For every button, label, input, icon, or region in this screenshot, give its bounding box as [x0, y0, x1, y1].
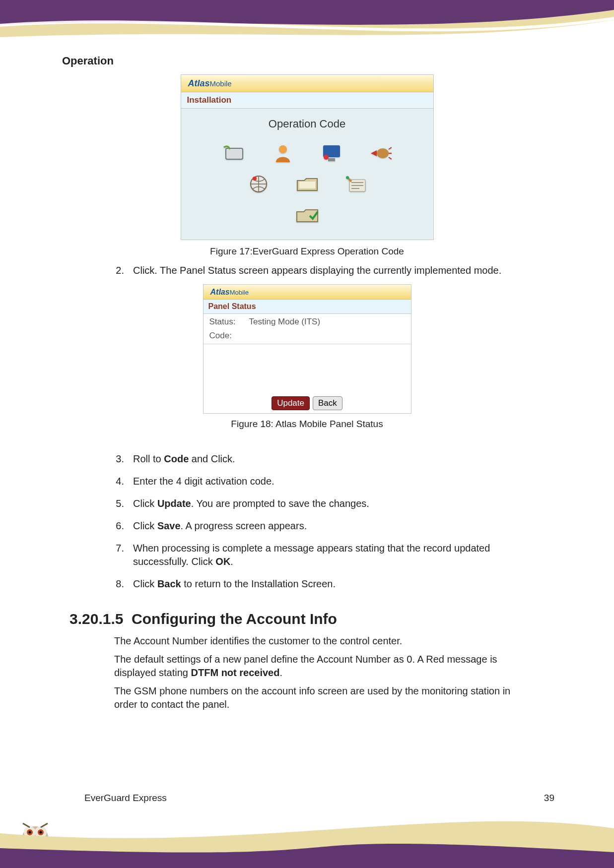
svg-point-4 [324, 155, 329, 160]
svg-point-1 [279, 145, 287, 153]
step-text: Click. The Panel Status screen appears d… [133, 264, 531, 277]
svg-point-7 [253, 177, 257, 181]
folder-check-icon[interactable] [294, 204, 320, 226]
folder-icon[interactable] [294, 173, 320, 195]
status-value: Testing Mode (ITS) [249, 317, 321, 327]
svg-point-5 [377, 148, 389, 158]
code-label: Code: [209, 331, 249, 341]
figure-18-screenshot: AtlasMobile Panel Status Status: Testing… [203, 284, 411, 414]
installation-header: Installation [181, 92, 433, 109]
monitor-icon[interactable] [319, 142, 344, 164]
update-button[interactable]: Update [272, 396, 310, 410]
svg-rect-3 [328, 158, 335, 161]
step-text: Roll to Code and Click. [133, 452, 531, 466]
step-text: Click Back to return to the Installation… [133, 577, 531, 591]
paragraph: The default settings of a new panel defi… [114, 653, 526, 680]
footer-swoosh [0, 799, 614, 868]
panel-status-header: Panel Status [204, 300, 411, 314]
svg-point-17 [40, 831, 42, 834]
step-text: When processing is complete a message ap… [133, 542, 531, 568]
step-text: Click Update. You are prompted to save t… [133, 497, 531, 510]
section-header: Operation [62, 55, 114, 67]
figure-17-caption: Figure 17:EverGuard Express Operation Co… [210, 246, 404, 257]
paragraph: The GSM phone numbers on the account inf… [114, 684, 526, 711]
step-number: 6. [114, 519, 133, 533]
step-number: 5. [114, 497, 133, 510]
siren-icon[interactable] [367, 142, 393, 164]
step-number: 3. [114, 452, 133, 466]
back-button[interactable]: Back [313, 396, 342, 410]
header-swoosh [0, 0, 614, 55]
svg-rect-0 [226, 148, 243, 159]
step-text: Enter the 4 digit activation code. [133, 475, 531, 488]
notes-icon[interactable] [343, 173, 369, 195]
step-number: 8. [114, 577, 133, 591]
figure-17-screenshot: AtlasMobile Installation Operation Code [181, 74, 434, 240]
paragraph: The Account Number identifies the custom… [114, 634, 526, 648]
svg-rect-8 [299, 182, 315, 188]
footer-product: EverGuard Express [84, 793, 167, 804]
atlas-logo: AtlasMobile [188, 78, 232, 89]
step-number: 4. [114, 475, 133, 488]
footer-page-number: 39 [544, 793, 554, 804]
panel-icon[interactable] [221, 142, 247, 164]
step-number: 7. [114, 542, 133, 568]
step-number: 2. [114, 264, 133, 277]
subsection-heading: 3.20.1.5 Configuring the Account Info [69, 611, 614, 627]
globe-icon[interactable] [246, 173, 272, 195]
svg-point-16 [29, 831, 31, 834]
user-icon[interactable] [270, 142, 296, 164]
owl-logo-icon [18, 818, 53, 849]
svg-point-10 [346, 176, 349, 179]
status-label: Status: [209, 317, 249, 327]
figure-18-caption: Figure 18: Atlas Mobile Panel Status [231, 419, 383, 430]
operation-code-title: Operation Code [269, 118, 345, 130]
atlas-logo: AtlasMobile [210, 288, 249, 297]
step-text: Click Save. A progress screen appears. [133, 519, 531, 533]
